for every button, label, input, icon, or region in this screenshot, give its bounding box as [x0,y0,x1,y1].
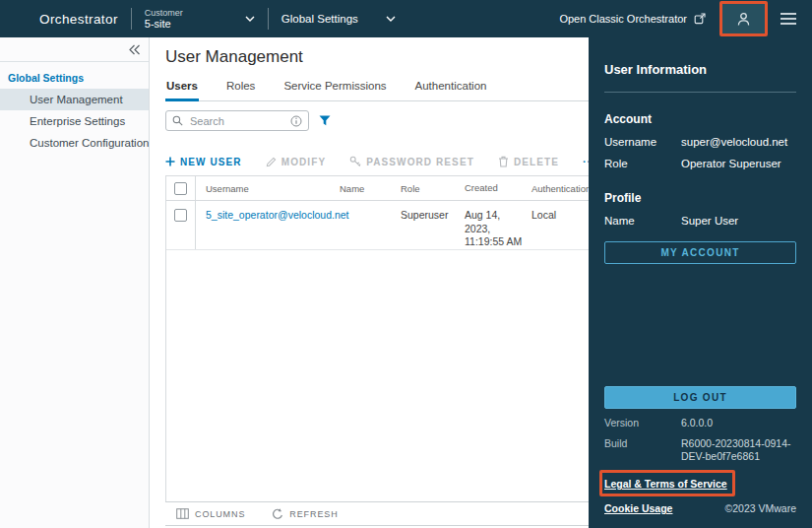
sidebar-item-customer-configuration[interactable]: Customer Configuration [0,132,149,154]
open-classic-orchestrator-link[interactable]: Open Classic Orchestrator [559,13,706,25]
select-all-checkbox[interactable] [174,182,187,195]
pencil-icon [266,157,277,167]
copyright-text: ©2023 VMware [724,502,796,514]
sidebar-item-enterprise-settings[interactable]: Enterprise Settings [0,110,149,132]
app-brand: Orchestrator [39,12,118,27]
cookie-usage-link[interactable]: Cookie Usage [604,502,672,514]
username-label: Username [604,136,681,148]
profile-heading: Profile [604,191,796,205]
hamburger-icon [781,13,796,15]
columns-button[interactable]: COLUMNS [176,508,245,519]
sidebar-nav: User Management Enterprise Settings Cust… [0,89,149,154]
tab-authentication[interactable]: Authentication [414,80,488,100]
key-icon [349,156,361,167]
column-header-created: Created [465,182,531,194]
top-bar: Orchestrator Customer 5-site Global Sett… [0,0,812,37]
account-heading: Account [604,112,796,126]
customer-switcher[interactable]: Customer 5-site [145,8,255,31]
build-row: Build R6000-20230814-0914-DEV-be0f7e6861 [604,437,796,463]
panel-title: User Information [604,62,796,77]
username-link[interactable]: 5_site_operator@velocloud.net [206,209,349,221]
panel-bottom-row: Cookie Usage ©2023 VMware [604,502,796,514]
delete-button[interactable]: DELETE [498,156,559,167]
refresh-icon [272,508,283,520]
version-row: Version 6.0.0.0 [604,417,796,429]
account-username-row: Username super@velocloud.net [604,136,796,148]
users-table: Username Name Role Created Authenticatio… [165,175,626,501]
global-settings-label: Global Settings [281,13,358,25]
collapse-icon [128,44,141,55]
profile-name-row: Name Super User [604,215,796,227]
select-all-cell [166,176,196,200]
sidebar: Global Settings User Management Enterpri… [0,37,150,528]
customer-value: 5-site [145,18,183,31]
column-header-role: Role [401,183,465,194]
sidebar-section-label: Global Settings [0,62,149,89]
my-account-button[interactable]: MY ACCOUNT [604,241,796,264]
app-window: Orchestrator Customer 5-site Global Sett… [0,0,812,528]
sidebar-item-user-management[interactable]: User Management [0,89,149,110]
app-body: Global Settings User Management Enterpri… [0,37,812,528]
trash-icon [498,156,509,167]
sidebar-header [0,37,149,62]
row-checkbox[interactable] [174,209,187,222]
build-label: Build [604,437,681,463]
user-menu-button[interactable] [722,4,765,33]
open-classic-label: Open Classic Orchestrator [559,13,687,25]
column-header-username: Username [196,183,340,194]
panel-divider [604,92,796,93]
topbar-divider [268,8,269,30]
customer-label: Customer [145,8,183,18]
chevron-down-icon [386,16,396,22]
account-role-row: Role Operator Superuser [604,158,796,169]
log-out-button[interactable]: LOG OUT [604,386,796,409]
role-label: Role [604,158,681,169]
customer-switcher-text: Customer 5-site [145,8,183,31]
role-cell: Superuser [401,201,465,249]
password-reset-button[interactable]: PASSWORD RESET [349,156,474,167]
hamburger-menu-button[interactable] [779,9,798,29]
profile-name-value: Super User [681,215,796,227]
tab-service-permissions[interactable]: Service Permissions [282,80,387,100]
profile-name-label: Name [604,215,681,227]
table-header-row: Username Name Role Created Authenticatio… [166,175,626,201]
created-cell: Aug 14, 2023, 11:19:55 AM [465,201,531,249]
search-icon [172,115,183,126]
row-select-cell [166,201,196,249]
search-box [165,110,309,131]
version-value: 6.0.0.0 [681,417,796,429]
table-row: 5_site_operator@velocloud.net Superuser … [166,201,626,250]
user-menu-highlight-box [719,1,768,36]
build-value: R6000-20230814-0914-DEV-be0f7e6861 [681,437,796,463]
info-icon[interactable] [290,115,302,127]
tab-users[interactable]: Users [165,80,199,101]
user-icon [735,11,752,28]
refresh-button[interactable]: REFRESH [272,508,338,520]
plus-icon [165,157,175,166]
topbar-divider [131,8,132,30]
username-value: super@velocloud.net [681,136,796,148]
legal-terms-link[interactable]: Legal & Terms of Service [604,478,727,490]
tab-roles[interactable]: Roles [225,80,256,100]
name-cell [340,201,401,249]
legal-terms-highlight-box: Legal & Terms of Service [599,470,735,496]
sidebar-collapse-button[interactable] [126,42,149,57]
new-user-button[interactable]: NEW USER [165,157,242,167]
panel-spacer [604,264,796,386]
table-empty-space [166,250,626,501]
modify-button[interactable]: MODIFY [266,157,327,167]
version-label: Version [604,417,681,429]
filter-icon[interactable] [319,115,331,126]
columns-icon [176,508,189,519]
chevron-down-icon [245,16,255,22]
column-header-name: Name [340,183,401,194]
user-information-panel: User Information Account Username super@… [589,37,812,528]
global-settings-menu[interactable]: Global Settings [281,13,396,25]
search-input[interactable] [188,114,285,128]
external-link-icon [694,13,706,25]
role-value: Operator Superuser [681,158,796,169]
